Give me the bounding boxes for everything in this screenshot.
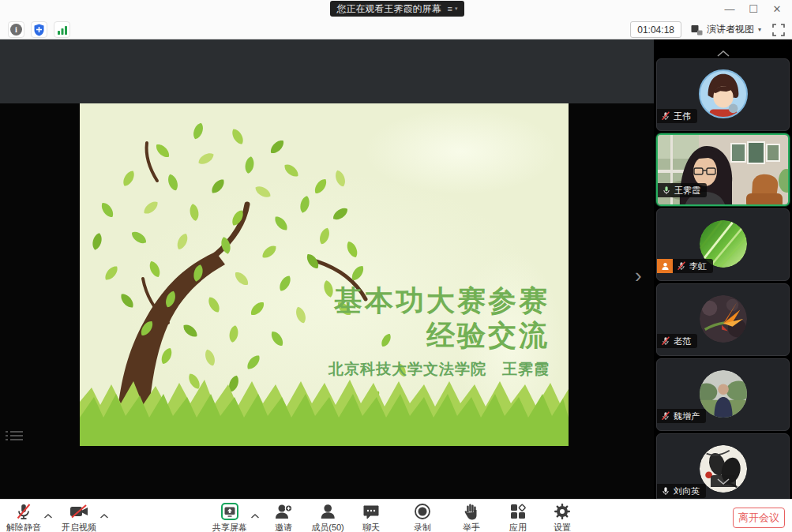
shield-icon (33, 24, 45, 36)
chat-button[interactable]: 聊天 (362, 503, 380, 532)
members-icon (319, 503, 336, 520)
mic-muted-icon (15, 503, 32, 520)
share-screen-label: 共享屏幕 (212, 522, 247, 532)
speaker-view-icon (691, 24, 703, 36)
raise-hand-label: 举手 (463, 522, 480, 532)
avatar (699, 69, 748, 118)
mic-muted-icon (677, 261, 686, 271)
fullscreen-icon (772, 24, 785, 36)
apps-label: 应用 (509, 522, 527, 532)
participant-name: 刘向英 (674, 485, 700, 497)
mic-muted-icon (661, 411, 670, 421)
leave-meeting-button[interactable]: 离开会议 (733, 508, 785, 528)
participant-tile-laofan[interactable]: 老范 (656, 283, 790, 356)
audio-options-chevron[interactable] (44, 508, 53, 522)
security-button[interactable] (31, 21, 47, 38)
watching-banner[interactable]: 您正在观看王霁霞的屏幕 ≡ ▾ (330, 1, 464, 17)
watching-banner-text: 您正在观看王霁霞的屏幕 (337, 2, 441, 16)
apps-grid-icon (509, 503, 527, 520)
name-tag: 王霁霞 (658, 183, 707, 197)
view-mode-label: 演讲者视图 (707, 23, 754, 36)
mic-speaking-icon (662, 185, 671, 195)
banner-caret-icon: ▾ (455, 6, 458, 12)
members-label: 成员(50) (311, 522, 344, 532)
signal-bars-icon (57, 24, 68, 36)
start-video-button[interactable]: 开启视频 (62, 503, 96, 532)
slide-title: 基本功大赛参赛 经验交流 (334, 283, 550, 353)
mic-muted-icon (661, 336, 670, 346)
unmute-button[interactable]: 解除静音 (6, 503, 41, 532)
maximize-button[interactable]: ☐ (741, 0, 765, 17)
video-options-chevron[interactable] (100, 508, 109, 522)
header-bar: 您正在观看王霁霞的屏幕 ≡ ▾ — ☐ ✕ i (0, 0, 792, 39)
bottom-toolbar: 解除静音 开启视频 (0, 499, 792, 532)
shared-screen-area: 基本功大赛参赛 经验交流 北京科技大学文法学院 王霁霞 A 极品五笔 ◢ ▦ › (0, 39, 654, 499)
participant-name: 老范 (674, 335, 691, 347)
presenter-app-chrome (0, 39, 654, 103)
close-button[interactable]: ✕ (765, 0, 789, 17)
record-icon (414, 503, 431, 520)
invite-label: 邀请 (275, 522, 292, 532)
minimize-button[interactable]: — (718, 0, 741, 17)
chat-bubble-icon (362, 503, 380, 520)
next-slide-chevron-icon[interactable]: › (635, 265, 642, 286)
info-icon: i (10, 24, 22, 36)
meeting-timer: 01:04:18 (630, 21, 681, 38)
participant-name: 魏增产 (674, 410, 700, 422)
settings-label: 设置 (554, 522, 571, 532)
name-tag: 魏增产 (657, 409, 706, 423)
gear-icon (554, 503, 571, 520)
name-tag: 刘向英 (657, 484, 706, 498)
camera-off-icon (69, 503, 89, 520)
chat-label: 聊天 (362, 522, 380, 532)
settings-button[interactable]: 设置 (554, 503, 571, 532)
header-right-controls: 01:04:18 演讲者视图 ▾ (630, 21, 786, 38)
participant-tile-lihong[interactable]: 李虹 (656, 208, 790, 281)
invite-button[interactable]: 邀请 (274, 503, 293, 532)
mic-on-icon (661, 486, 670, 496)
name-tag: 李虹 (657, 259, 713, 273)
record-button[interactable]: 录制 (414, 503, 431, 532)
participant-name: 王霁霞 (674, 185, 700, 197)
slide-title-line2: 经验交流 (334, 318, 550, 353)
participant-tile-liuxiangying[interactable]: 刘向英 (656, 433, 790, 499)
start-video-label: 开启视频 (62, 522, 96, 532)
meeting-window: 您正在观看王霁霞的屏幕 ≡ ▾ — ☐ ✕ i (0, 0, 792, 532)
slide-thumbnails-icon[interactable] (6, 429, 23, 443)
meeting-info-button[interactable]: i (8, 21, 24, 38)
invite-person-icon (274, 503, 293, 520)
share-screen-icon (221, 503, 238, 520)
participant-role-badge (657, 259, 673, 273)
participant-name: 李虹 (689, 260, 707, 272)
participant-tile-weizengchan[interactable]: 魏增产 (656, 358, 790, 431)
share-screen-button[interactable]: 共享屏幕 (212, 503, 247, 532)
participant-tile-wangwei[interactable]: 王伟 (656, 58, 790, 131)
slide-title-line1: 基本功大赛参赛 (334, 283, 550, 318)
name-tag: 王伟 (657, 109, 697, 123)
apps-button[interactable]: 应用 (509, 503, 527, 532)
raise-hand-icon (464, 503, 479, 520)
tree-illustration (80, 103, 569, 446)
name-tag: 老范 (657, 334, 697, 348)
raise-hand-button[interactable]: 举手 (463, 503, 480, 532)
slide-byline: 北京科技大学文法学院 王霁霞 (328, 359, 550, 380)
share-options-chevron[interactable] (251, 508, 260, 522)
window-controls: — ☐ ✕ (718, 0, 789, 17)
view-mode-caret-icon: ▾ (758, 26, 761, 33)
participant-name: 王伟 (674, 111, 691, 122)
fullscreen-button[interactable] (771, 22, 786, 37)
participants-panel: 王伟 (654, 39, 792, 499)
presentation-slide: 基本功大赛参赛 经验交流 北京科技大学文法学院 王霁霞 A 极品五笔 ◢ ▦ (80, 103, 569, 446)
unmute-label: 解除静音 (6, 522, 41, 532)
avatar (699, 294, 748, 343)
participant-tile-wangjixia[interactable]: 王霁霞 (656, 133, 790, 206)
header-status-icons: i (8, 21, 70, 38)
mic-muted-icon (661, 111, 670, 121)
scroll-down-chevron-icon[interactable] (711, 475, 736, 487)
network-quality-button[interactable] (54, 21, 70, 38)
record-label: 录制 (414, 522, 431, 532)
person-badge-icon (661, 262, 670, 271)
view-mode-button[interactable]: 演讲者视图 ▾ (689, 21, 763, 38)
banner-menu-icon[interactable]: ≡ (448, 4, 452, 13)
members-button[interactable]: 成员(50) (311, 503, 344, 532)
